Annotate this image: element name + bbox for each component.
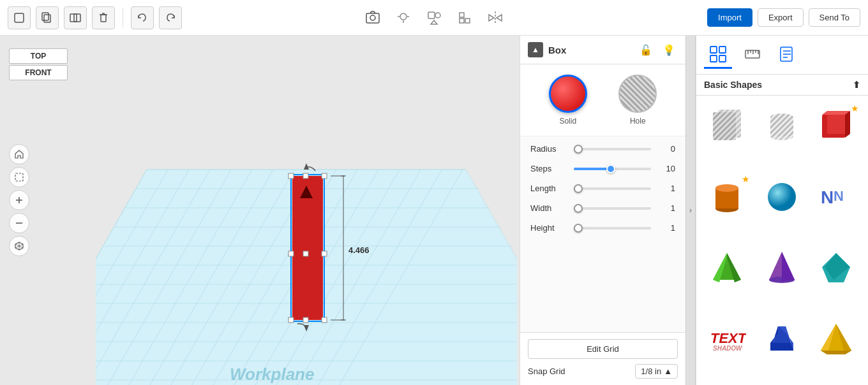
panel-title: Box <box>548 45 632 55</box>
right-toolbar: Import Export Send To <box>707 8 860 27</box>
length-slider[interactable] <box>574 187 651 190</box>
3d-view-button[interactable] <box>9 236 29 256</box>
steps-thumb[interactable] <box>606 164 615 173</box>
steps-slider[interactable] <box>574 168 651 170</box>
home-view-button[interactable] <box>9 144 29 164</box>
copy-button[interactable] <box>36 6 59 29</box>
svg-rect-5 <box>101 15 106 22</box>
steps-slider-track <box>574 168 651 170</box>
height-row: Height 1 <box>530 223 675 233</box>
svg-point-15 <box>435 13 440 18</box>
solid-option[interactable]: Solid <box>549 75 587 126</box>
shape-item-prism-blue[interactable] <box>756 312 807 363</box>
workplane-grid: Workplane <box>96 87 517 385</box>
shape-item-shape-teal[interactable] <box>811 242 862 293</box>
star-badge-box: ★ <box>851 103 859 113</box>
shapes-category-chevron: ⬆ <box>853 80 860 90</box>
export-button[interactable]: Export <box>758 8 804 27</box>
svg-point-104 <box>770 133 793 140</box>
svg-text:N: N <box>834 188 844 204</box>
svg-rect-19 <box>460 18 464 23</box>
hole-option[interactable]: Hole <box>618 75 657 126</box>
svg-text:TEXT: TEXT <box>710 330 746 346</box>
svg-marker-16 <box>431 20 437 24</box>
camera-view-button[interactable] <box>360 5 385 31</box>
view-cube-top[interactable]: TOP <box>9 48 68 64</box>
panel-header: ▲ Box 🔓 💡 <box>520 36 685 64</box>
svg-rect-14 <box>428 12 435 18</box>
radius-slider-track <box>574 148 651 150</box>
separator-1 <box>123 8 123 27</box>
select-button[interactable] <box>9 167 29 187</box>
svg-rect-17 <box>460 13 464 17</box>
shapes-notes-tab[interactable] <box>773 41 801 69</box>
panel-collapse-button[interactable]: ▲ <box>528 42 543 57</box>
shapes-category-label: Basic Shapes <box>704 80 762 90</box>
zoom-in-button[interactable] <box>9 190 29 210</box>
width-slider-track <box>574 207 651 210</box>
undo-button[interactable] <box>131 6 154 29</box>
svg-text:4.466: 4.466 <box>348 245 370 255</box>
height-slider[interactable] <box>574 227 651 229</box>
steps-row: Steps 10 <box>530 164 675 173</box>
shapes-ruler-tab[interactable] <box>738 41 767 69</box>
align-button[interactable] <box>452 5 477 31</box>
shape-item-cylinder-orange[interactable]: ★ <box>701 171 752 222</box>
view-cube-front[interactable]: FRONT <box>9 65 68 80</box>
svg-rect-68 <box>322 173 327 178</box>
view-cube: TOP FRONT <box>9 48 68 107</box>
zoom-out-button[interactable] <box>9 213 29 233</box>
snap-grid-select[interactable]: 1/8 in ▲ <box>635 364 678 379</box>
send-to-button[interactable]: Send To <box>809 8 860 27</box>
shape-item-box-diagonal[interactable] <box>701 101 752 152</box>
snap-grid-value: 1/8 in <box>641 367 661 376</box>
shape-item-pyramid-yellow[interactable] <box>811 312 862 363</box>
width-value: 1 <box>656 203 675 213</box>
shape-item-box-red[interactable]: ★ <box>811 101 862 152</box>
edit-grid-button[interactable]: Edit Grid <box>528 339 678 359</box>
panel-lock-button[interactable]: 🔓 <box>637 41 655 59</box>
svg-rect-99 <box>718 110 741 138</box>
light-button[interactable] <box>391 5 416 31</box>
height-value: 1 <box>656 223 675 233</box>
shapes-panel: Basic Shapes ⬆ <box>696 36 868 385</box>
shape-item-cylinder-striped[interactable] <box>756 101 807 152</box>
new-button[interactable] <box>8 6 31 29</box>
svg-marker-132 <box>821 351 851 354</box>
svg-rect-70 <box>322 251 327 256</box>
width-thumb[interactable] <box>574 204 583 213</box>
shape-item-text-3d[interactable]: N N <box>811 171 862 222</box>
svg-marker-126 <box>770 343 793 351</box>
snap-grid-row: Snap Grid 1/8 in ▲ <box>528 364 678 379</box>
panel-light-button[interactable]: 💡 <box>660 41 678 59</box>
svg-rect-18 <box>465 18 470 23</box>
shape-item-pyramid-green[interactable] <box>701 242 752 293</box>
shape-item-text-red[interactable]: TEXT SHADOW <box>701 312 752 363</box>
top-toolbar: Import Export Send To <box>0 0 868 36</box>
svg-rect-75 <box>303 317 308 323</box>
shape-item-sphere-teal[interactable] <box>756 171 807 222</box>
length-label: Length <box>530 184 569 193</box>
shape-item-cone-purple[interactable] <box>756 242 807 293</box>
duplicate-button[interactable] <box>64 6 87 29</box>
canvas-area: TOP FRONT <box>0 36 520 385</box>
shapes-category[interactable]: Basic Shapes ⬆ <box>696 75 868 96</box>
svg-text:N: N <box>821 187 834 207</box>
radius-thumb[interactable] <box>574 145 583 154</box>
svg-rect-74 <box>303 251 308 256</box>
panel-collapse-handle[interactable]: › <box>685 36 696 385</box>
import-button[interactable]: Import <box>707 8 752 27</box>
delete-button[interactable] <box>92 6 115 29</box>
radius-slider[interactable] <box>574 148 651 150</box>
height-slider-track <box>574 227 651 229</box>
shapes-grid-tab[interactable] <box>704 41 732 69</box>
mirror-button[interactable] <box>483 5 508 31</box>
height-thumb[interactable] <box>574 224 583 233</box>
redo-button[interactable] <box>159 6 182 29</box>
width-slider[interactable] <box>574 207 651 210</box>
radius-label: Radius <box>530 144 569 154</box>
shape-button[interactable] <box>421 5 447 31</box>
steps-slider-fill <box>574 168 608 170</box>
svg-rect-4 <box>74 14 80 22</box>
length-thumb[interactable] <box>574 184 583 193</box>
